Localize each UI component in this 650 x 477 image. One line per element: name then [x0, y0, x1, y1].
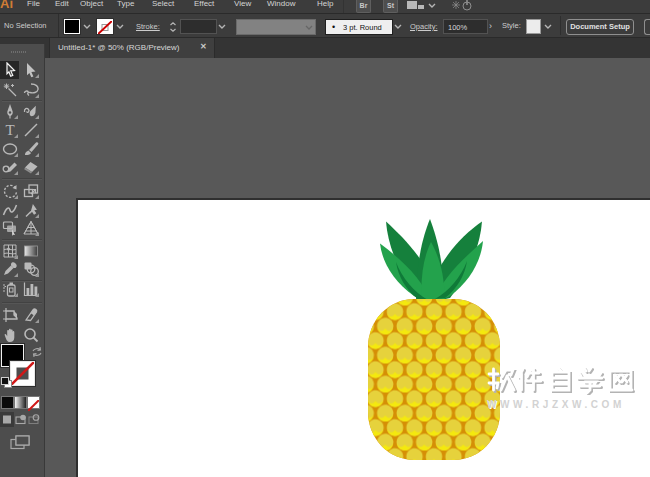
svg-text:T: T [5, 122, 14, 138]
